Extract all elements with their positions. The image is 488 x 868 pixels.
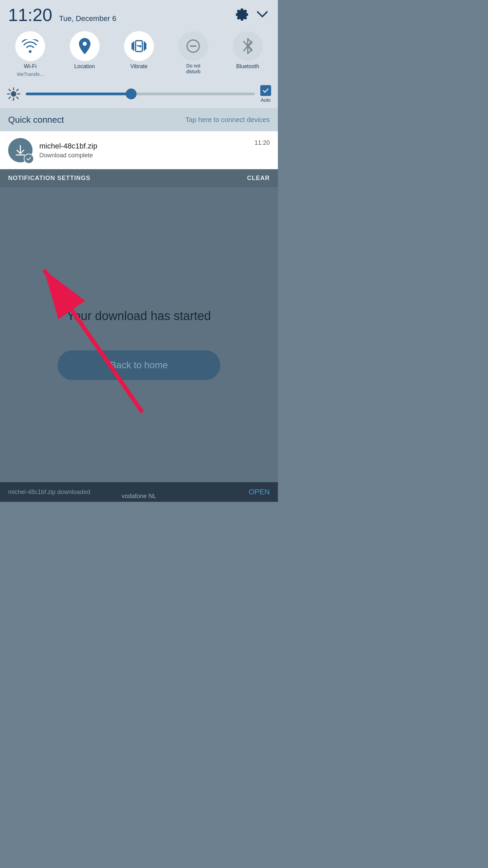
svg-line-16	[17, 89, 18, 91]
download-started-text: Your download has started	[67, 309, 211, 323]
notification-content: michel-48c1bf.zip Download complete	[39, 142, 248, 159]
location-toggle[interactable]: Location	[60, 31, 109, 70]
auto-brightness-toggle[interactable]: Auto	[260, 85, 271, 103]
notification-icon-container	[8, 138, 33, 162]
main-content-area: Your download has started Back to home	[0, 187, 278, 502]
bluetooth-toggle[interactable]: Bluetooth	[223, 31, 272, 70]
wifi-sublabel: WeTransfe...	[17, 72, 44, 77]
quick-toggles: Wi-Fi WeTransfe... Location	[0, 27, 278, 82]
notification-title: michel-48c1bf.zip	[39, 142, 248, 151]
dnd-toggle[interactable]: Do notdisturb	[168, 31, 218, 75]
phone-screen: 11:20 Tue, December 6	[0, 0, 278, 502]
clear-button[interactable]: CLEAR	[247, 175, 270, 182]
back-home-label: Back to home	[110, 360, 168, 370]
status-bar: 11:20 Tue, December 6	[0, 0, 278, 27]
svg-line-21	[44, 270, 142, 412]
bluetooth-label: Bluetooth	[236, 63, 259, 70]
wifi-label: Wi-Fi	[24, 63, 37, 70]
quick-connect-bar[interactable]: Quick connect Tap here to connect device…	[0, 108, 278, 131]
quick-connect-label: Quick connect	[8, 115, 64, 125]
notif-badge-icon	[24, 154, 34, 164]
svg-line-14	[9, 89, 10, 91]
notification-time: 11:20	[255, 139, 270, 146]
back-home-button[interactable]: Back to home	[58, 350, 220, 380]
vibrate-toggle[interactable]: Vibrate	[114, 31, 164, 70]
auto-label: Auto	[261, 97, 271, 103]
brightness-icon: A	[7, 87, 20, 101]
notif-settings-label[interactable]: NOTIFICATION SETTINGS	[8, 175, 90, 182]
brightness-row: A Auto	[0, 82, 278, 108]
dnd-label: Do notdisturb	[186, 63, 200, 75]
svg-line-15	[17, 97, 18, 99]
carrier-bar: vodafone NL	[0, 493, 278, 500]
settings-icon[interactable]	[235, 7, 249, 23]
svg-point-9	[11, 91, 16, 97]
svg-line-17	[9, 97, 10, 99]
status-time: 11:20	[8, 6, 52, 24]
wifi-toggle[interactable]: Wi-Fi WeTransfe...	[5, 31, 55, 77]
status-date: Tue, December 6	[59, 14, 116, 23]
location-label: Location	[74, 63, 95, 70]
vibrate-label: Vibrate	[130, 63, 147, 70]
tap-connect-label: Tap here to connect devices	[185, 116, 270, 124]
notification-card[interactable]: michel-48c1bf.zip Download complete 11:2…	[0, 131, 278, 169]
notification-subtitle: Download complete	[39, 152, 248, 159]
carrier-name: vodafone NL	[122, 493, 156, 499]
notif-settings-bar: NOTIFICATION SETTINGS CLEAR	[0, 169, 278, 187]
brightness-slider[interactable]	[26, 93, 255, 95]
svg-text:A: A	[11, 98, 15, 101]
expand-icon[interactable]	[255, 7, 270, 23]
